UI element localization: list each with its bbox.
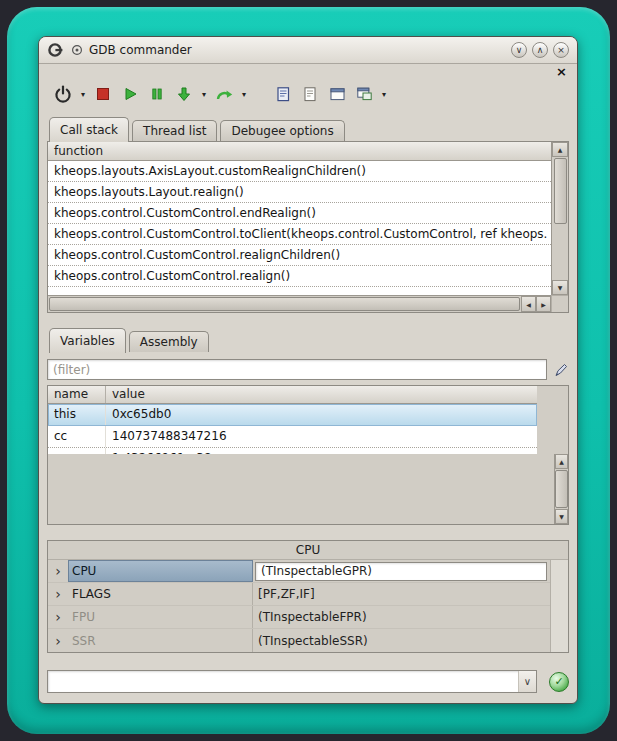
chevron-down-icon[interactable]: ▾ xyxy=(78,90,88,99)
expand-icon[interactable]: › xyxy=(48,560,68,582)
scrollbar-thumb[interactable] xyxy=(554,158,567,224)
column-header-value[interactable]: value xyxy=(106,386,537,403)
command-row: ∨ ✓ xyxy=(47,670,569,693)
maximize-button[interactable]: ∧ xyxy=(532,42,548,58)
callstack-panel: function kheops.layouts.AxisLayout.custo… xyxy=(47,141,569,313)
power-button[interactable] xyxy=(51,82,75,106)
variables-header: name value xyxy=(48,386,537,404)
mid-tabbar: Variables Assembly xyxy=(47,327,569,352)
report-button[interactable] xyxy=(271,82,295,106)
scrollbar-corner xyxy=(551,295,568,312)
variables-table: name value this 0xc65db0 cc 140737488347… xyxy=(48,386,537,454)
stop-button[interactable] xyxy=(91,82,115,106)
column-header-name[interactable]: name xyxy=(48,386,106,403)
expand-icon[interactable]: › xyxy=(48,606,68,628)
cpu-row[interactable]: › FPU (TInspectableFPR) xyxy=(48,606,550,629)
cpu-title: CPU xyxy=(48,541,568,559)
var-value: 140737488347216 xyxy=(106,426,537,447)
callstack-row[interactable]: kheops.control.CustomControl.realign() xyxy=(48,266,551,287)
debug-toolbar: ▾ ▾ ▾ xyxy=(47,80,569,112)
cpu-row[interactable]: › FLAGS [PF,ZF,IF] xyxy=(48,583,550,606)
cpu-inspector: CPU › CPU (TInspectableGPR) › FLAGS [PF,… xyxy=(47,540,569,653)
step-over-button[interactable] xyxy=(212,82,236,106)
pen-icon[interactable] xyxy=(553,362,569,378)
scrollbar-thumb[interactable] xyxy=(49,297,520,311)
scrollbar-thumb[interactable] xyxy=(555,470,568,508)
table-row[interactable]: this 0xc65db0 xyxy=(48,404,537,426)
register-group-value: (TInspectableSSR) xyxy=(253,629,550,652)
gdb-commander-window: GDB commander ∨ ∧ × × ▾ ▾ xyxy=(38,36,578,704)
register-group-name[interactable]: CPU xyxy=(68,560,253,582)
callstack-row[interactable]: kheops.control.CustomControl.toClient(kh… xyxy=(48,224,551,245)
command-input[interactable] xyxy=(48,671,518,692)
callstack-row[interactable]: kheops.control.CustomControl.realignChil… xyxy=(48,245,551,266)
pause-button[interactable] xyxy=(145,82,169,106)
var-name: this xyxy=(48,404,106,425)
chevron-down-icon[interactable]: ▾ xyxy=(239,90,249,99)
window-controls: ∨ ∧ × xyxy=(511,42,569,58)
scrollbar-track[interactable] xyxy=(550,560,568,652)
watch-window-button[interactable] xyxy=(325,82,349,106)
inspect-window-button[interactable] xyxy=(352,82,376,106)
expand-icon[interactable]: › xyxy=(48,583,68,605)
var-value: 1.43266961e-38 xyxy=(106,448,537,454)
tab-call-stack[interactable]: Call stack xyxy=(49,117,129,142)
variables-panel: name value this 0xc65db0 cc 140737488347… xyxy=(47,385,569,525)
step-into-button[interactable] xyxy=(172,82,196,106)
scrollbar-track[interactable] xyxy=(552,225,568,280)
tab-thread-list[interactable]: Thread list xyxy=(132,120,217,141)
callstack-table: function kheops.layouts.AxisLayout.custo… xyxy=(48,142,551,295)
tab-assembly[interactable]: Assembly xyxy=(129,331,209,352)
command-combobox[interactable]: ∨ xyxy=(47,670,537,693)
callstack-row[interactable]: kheops.control.CustomControl.endRealign(… xyxy=(48,203,551,224)
tab-variables[interactable]: Variables xyxy=(49,328,126,353)
tab-debugee-options[interactable]: Debugee options xyxy=(220,120,344,141)
scroll-down-icon[interactable]: ▼ xyxy=(555,509,568,524)
cpu-row[interactable]: › CPU (TInspectableGPR) xyxy=(48,560,550,583)
scroll-up-icon[interactable]: ▲ xyxy=(552,142,568,157)
vertical-scrollbar[interactable]: ▲ ▼ xyxy=(551,142,568,295)
top-tabbar: Call stack Thread list Debugee options xyxy=(47,116,569,141)
chevron-down-icon[interactable]: ▾ xyxy=(199,90,209,99)
run-button[interactable] xyxy=(118,82,142,106)
register-group-name[interactable]: SSR xyxy=(68,629,253,652)
cpu-row[interactable]: › SSR (TInspectableSSR) xyxy=(48,629,550,652)
close-button[interactable]: × xyxy=(553,42,569,58)
combo-dropdown-icon[interactable]: ∨ xyxy=(518,671,536,692)
confirm-button[interactable]: ✓ xyxy=(549,672,569,692)
cpu-grid: › CPU (TInspectableGPR) › FLAGS [PF,ZF,I… xyxy=(48,559,568,652)
register-group-name[interactable]: FPU xyxy=(68,606,253,628)
scroll-right-icon[interactable]: ▶ xyxy=(536,296,551,312)
expand-icon[interactable]: › xyxy=(48,629,68,652)
register-group-value[interactable]: (TInspectableGPR) xyxy=(255,562,547,581)
app-icon xyxy=(47,42,65,58)
titlebar[interactable]: GDB commander ∨ ∧ × xyxy=(39,37,577,64)
horizontal-scrollbar[interactable]: ◀ ▶ xyxy=(48,295,551,312)
scroll-down-icon[interactable]: ▼ xyxy=(552,280,568,295)
register-group-value: (TInspectableFPR) xyxy=(253,606,550,628)
filter-row xyxy=(47,359,569,380)
var-name: w xyxy=(48,448,106,454)
column-header-function[interactable]: function xyxy=(48,142,551,161)
table-row[interactable]: w 1.43266961e-38 xyxy=(48,448,537,454)
window-content: × ▾ ▾ ▾ xyxy=(39,64,577,703)
vertical-scrollbar[interactable]: ▲ ▼ xyxy=(554,454,568,524)
table-row[interactable]: cc 140737488347216 xyxy=(48,426,537,448)
filter-input[interactable] xyxy=(47,359,547,380)
pane-close-icon[interactable]: × xyxy=(554,66,569,80)
window-title: GDB commander xyxy=(89,43,192,57)
var-value: 0xc65db0 xyxy=(106,404,537,425)
scroll-up-icon[interactable]: ▲ xyxy=(555,454,568,469)
callstack-row[interactable]: kheops.layouts.Layout.realign() xyxy=(48,182,551,203)
callstack-row[interactable]: kheops.layouts.AxisLayout.customRealignC… xyxy=(48,161,551,182)
source-file-button[interactable] xyxy=(298,82,322,106)
var-name: cc xyxy=(48,426,106,447)
app-subicon xyxy=(71,44,83,56)
register-group-name[interactable]: FLAGS xyxy=(68,583,253,605)
chevron-down-icon[interactable]: ▾ xyxy=(379,90,389,99)
scroll-left-icon[interactable]: ◀ xyxy=(521,296,536,312)
register-group-value: [PF,ZF,IF] xyxy=(253,583,550,605)
minimize-button[interactable]: ∨ xyxy=(511,42,527,58)
